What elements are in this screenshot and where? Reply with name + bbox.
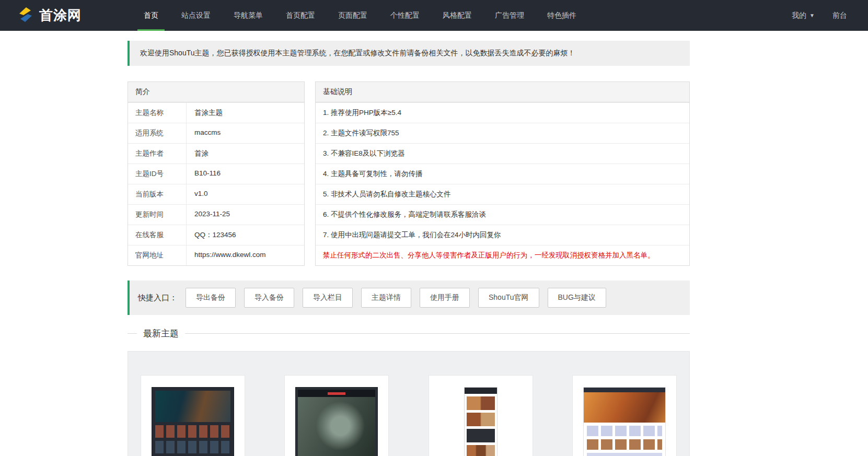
thumb-row [587, 439, 662, 450]
row-value: maccms [187, 123, 304, 143]
theme-card-3[interactable] [429, 375, 533, 456]
info-row: 1. 推荐使用PHP版本≥5.4 [316, 102, 689, 123]
logo-icon [17, 6, 34, 26]
chevron-down-icon: ▼ [809, 13, 815, 18]
theme-card-4[interactable] [572, 375, 677, 456]
my-account-label: 我的 [792, 11, 806, 20]
player-header [298, 390, 375, 397]
nav-item-style-config[interactable]: 风格配置 [431, 0, 483, 31]
thumb-row [155, 441, 230, 453]
import-backup-button[interactable]: 导入备份 [244, 288, 294, 308]
row-label: 主题ID号 [128, 164, 187, 184]
theme-screenshot-mobile-app [464, 387, 497, 456]
section-title-text: 最新主题 [143, 328, 179, 340]
row-label: 在线客服 [128, 225, 187, 245]
row-label: 官网地址 [128, 245, 187, 265]
nav-item-personal-config[interactable]: 个性配置 [379, 0, 431, 31]
table-row: 当前版本 v1.0 [128, 184, 304, 204]
row-value: QQ：123456 [187, 225, 304, 245]
table-row: 在线客服 QQ：123456 [128, 225, 304, 245]
panels-row: 简介 主题名称 首涂主题 适用系统 maccms 主题作者 首涂 主题ID号 B… [128, 81, 690, 266]
theme-details-button[interactable]: 主题详情 [361, 288, 411, 308]
info-panel-title: 基础说明 [316, 82, 689, 102]
welcome-banner: 欢迎使用ShouTu主题，您已获得授权使用本主题管理系统，在您配置或修改文件前请… [128, 41, 690, 66]
export-backup-button[interactable]: 导出备份 [186, 288, 236, 308]
thumb-row [467, 429, 495, 442]
logo-text: 首涂网 [39, 6, 82, 25]
info-row: 2. 主题文件读写权限755 [316, 123, 689, 143]
thumb-row [587, 426, 662, 436]
nav-item-site-settings[interactable]: 站点设置 [170, 0, 222, 31]
row-label: 适用系统 [128, 123, 187, 143]
nav-item-nav-menu[interactable]: 导航菜单 [222, 0, 274, 31]
theme-card-2[interactable] [284, 375, 389, 456]
row-value: 首涂 [187, 144, 304, 163]
info-row: 4. 主题具备可复制性，请勿传播 [316, 163, 689, 184]
my-account-menu[interactable]: 我的 ▼ [792, 11, 815, 20]
row-label: 更新时间 [128, 205, 187, 225]
nav-item-plugins[interactable]: 特色插件 [536, 0, 588, 31]
thumb-row [587, 453, 662, 456]
nav-item-page-config[interactable]: 页面配置 [327, 0, 379, 31]
table-row: 主题名称 首涂主题 [128, 102, 304, 123]
bug-suggestion-button[interactable]: BUG与建议 [548, 288, 606, 308]
info-row: 3. 不兼容IE8及以下浏览器 [316, 143, 689, 163]
theme-screenshot-dark-movie [152, 387, 234, 456]
info-row: 6. 不提供个性化修改服务，高端定制请联系客服洽谈 [316, 204, 689, 225]
theme-card-1[interactable] [141, 375, 245, 456]
logo[interactable]: 首涂网 [0, 0, 132, 31]
player-video-area [298, 397, 375, 456]
theme-screenshot-game-site [583, 387, 666, 456]
info-row: 7. 使用中出现问题请提交工单，我们会在24小时内回复你 [316, 225, 689, 245]
license-warning-text: 禁止任何形式的二次出售、分享他人等侵害作者及正版用户的行为，一经发现取消授权资格… [316, 245, 689, 265]
thumb-row [467, 445, 495, 456]
thumb-row [467, 396, 495, 410]
table-row: 适用系统 maccms [128, 123, 304, 143]
info-row: 5. 非技术人员请勿私自修改主题核心文件 [316, 184, 689, 204]
import-columns-button[interactable]: 导入栏目 [303, 288, 353, 308]
row-label: 当前版本 [128, 184, 187, 204]
theme-gallery [128, 351, 690, 456]
row-label: 主题作者 [128, 144, 187, 163]
quick-entry-bar: 快捷入口： 导出备份 导入备份 导入栏目 主题详情 使用手册 ShouTu官网 … [128, 280, 690, 315]
main-nav: 首页 站点设置 导航菜单 首页配置 页面配置 个性配置 风格配置 广告管理 特色… [132, 0, 588, 31]
table-row: 主题ID号 B10-116 [128, 163, 304, 184]
info-panel: 基础说明 1. 推荐使用PHP版本≥5.4 2. 主题文件读写权限755 3. … [315, 81, 690, 266]
user-manual-button[interactable]: 使用手册 [420, 288, 470, 308]
row-value: 首涂主题 [187, 103, 304, 123]
row-value: B10-116 [187, 164, 304, 184]
navbar-right: 我的 ▼ 前台 [792, 0, 868, 31]
official-site-button[interactable]: ShouTu官网 [478, 288, 539, 308]
thumb-row [155, 425, 230, 438]
row-label: 主题名称 [128, 103, 187, 123]
row-value: 2023-11-25 [187, 205, 304, 225]
nav-item-home[interactable]: 首页 [132, 0, 170, 31]
nav-item-ad-manage[interactable]: 广告管理 [483, 0, 536, 31]
theme-navbar-strip [584, 388, 665, 392]
front-site-label: 前台 [832, 11, 847, 20]
thumb-row [467, 413, 495, 426]
table-row: 更新时间 2023-11-25 [128, 204, 304, 225]
mobile-status-bar [465, 388, 497, 394]
nav-item-home-config[interactable]: 首页配置 [274, 0, 327, 31]
top-navbar: 首涂网 首页 站点设置 导航菜单 首页配置 页面配置 个性配置 风格配置 广告管… [0, 0, 868, 31]
theme-hero-banner [155, 391, 230, 422]
front-site-link[interactable]: 前台 [832, 11, 847, 20]
row-value: v1.0 [187, 184, 304, 204]
table-row: 官网地址 https://www.dkewl.com [128, 245, 304, 265]
quick-entry-label: 快捷入口： [138, 293, 177, 303]
theme-hero-banner [584, 392, 665, 423]
main-content: 欢迎使用ShouTu主题，您已获得授权使用本主题管理系统，在您配置或修改文件前请… [128, 41, 690, 456]
intro-panel: 简介 主题名称 首涂主题 适用系统 maccms 主题作者 首涂 主题ID号 B… [128, 81, 305, 266]
table-row: 主题作者 首涂 [128, 143, 304, 163]
latest-themes-heading: 最新主题 [128, 328, 690, 340]
intro-panel-title: 简介 [128, 82, 304, 102]
theme-screenshot-video-player [295, 387, 378, 456]
official-site-url[interactable]: https://www.dkewl.com [187, 245, 304, 265]
